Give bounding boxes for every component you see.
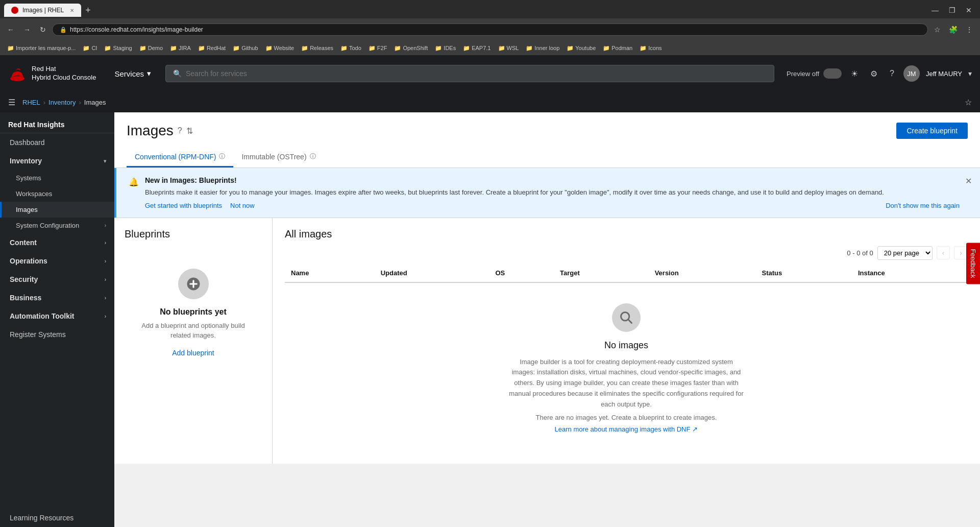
bookmark-website[interactable]: 📁 Website <box>262 44 298 53</box>
create-blueprint-button[interactable]: Create blueprint <box>896 123 968 139</box>
get-started-link[interactable]: Get started with blueprints <box>145 202 222 209</box>
bookmark-icons[interactable]: 📁 Icons <box>636 44 665 53</box>
preview-toggle: Preview off <box>787 68 842 79</box>
browser-action-icons: ☆ 🧩 ⋮ <box>931 23 976 36</box>
bookmark-github[interactable]: 📁 Github <box>230 44 261 53</box>
blueprints-empty-title: No blueprints yet <box>160 307 227 317</box>
url-text: https://console.redhat.com/insights/imag… <box>70 26 203 33</box>
operations-chevron-icon: › <box>105 258 106 264</box>
bookmark-releases[interactable]: 📁 Releases <box>298 44 336 53</box>
sidebar-section-automation[interactable]: Automation Toolkit › <box>0 307 114 325</box>
bookmark-staging[interactable]: 📁 Staging <box>101 44 135 53</box>
user-name[interactable]: Jeff MAURY <box>926 70 962 78</box>
sidebar-item-register-systems[interactable]: Register Systems <box>0 325 114 344</box>
sidebar-item-images[interactable]: Images <box>0 202 114 218</box>
top-navigation: Red Hat Hybrid Cloud Console Services ▾ … <box>0 55 980 92</box>
tab-conventional[interactable]: Conventional (RPM-DNF) ⓘ <box>127 147 233 167</box>
browser-tab-active[interactable]: Images | RHEL ✕ <box>4 4 81 17</box>
tab-immutable-info-icon[interactable]: ⓘ <box>310 152 316 161</box>
help-button[interactable]: ? <box>887 66 897 81</box>
services-menu-button[interactable]: Services ▾ <box>108 65 157 82</box>
bookmark-wsl[interactable]: 📁 WSL <box>495 44 522 53</box>
window-controls: — ❐ ✕ <box>927 4 976 16</box>
hamburger-menu-button[interactable]: ☰ <box>8 95 19 109</box>
alert-banner: 🔔 New in Images: Blueprints! Blueprints … <box>114 168 980 218</box>
bookmark-youtube[interactable]: 📁 Youtube <box>564 44 599 53</box>
main-layout: Red Hat Insights Dashboard Inventory ▾ S… <box>0 112 980 527</box>
url-bar[interactable]: 🔒 https://console.redhat.com/insights/im… <box>52 23 928 36</box>
bookmark-star-button[interactable]: ☆ <box>931 23 944 36</box>
user-avatar[interactable]: JM <box>903 65 920 82</box>
restore-button[interactable]: ❐ <box>945 4 960 16</box>
dont-show-link[interactable]: Don't show me this again <box>886 202 960 209</box>
content-area: Images ? ⇅ Create blueprint Conventional… <box>114 112 980 527</box>
sidebar-item-system-configuration[interactable]: System Configuration › <box>0 218 114 233</box>
bookmark-todo[interactable]: 📁 Todo <box>337 44 364 53</box>
bookmark-podman[interactable]: 📁 Podman <box>600 44 635 53</box>
pagination-next-button[interactable]: › <box>954 246 968 259</box>
page-help-icon[interactable]: ? <box>178 126 182 135</box>
sidebar-section-content[interactable]: Content › <box>0 233 114 252</box>
feedback-tab[interactable]: Feedback <box>966 243 980 284</box>
sidebar-item-workspaces[interactable]: Workspaces <box>0 186 114 202</box>
pagination-prev-button[interactable]: ‹ <box>937 246 950 259</box>
bookmarks-bar: 📁 Importer les marque-p... 📁 CI 📁 Stagin… <box>0 41 980 55</box>
tabs-row: Conventional (RPM-DNF) ⓘ Immutable (OSTr… <box>127 147 968 167</box>
forward-button[interactable]: → <box>20 23 34 36</box>
preview-toggle-switch[interactable] <box>823 68 842 79</box>
add-blueprint-link[interactable]: Add blueprint <box>172 349 214 357</box>
lock-icon: 🔒 <box>60 27 67 33</box>
sidebar-item-dashboard[interactable]: Dashboard <box>0 133 114 152</box>
page-sort-icon[interactable]: ⇅ <box>186 126 193 136</box>
bookmark-redhat[interactable]: 📁 RedHat <box>195 44 229 53</box>
sidebar-item-learning-resources[interactable]: Learning Resources <box>0 509 114 527</box>
no-images-title: No images <box>604 340 648 351</box>
pagination-per-page-select[interactable]: 20 per page 50 per page <box>877 246 933 260</box>
search-input[interactable] <box>186 69 767 78</box>
bookmark-innerloop[interactable]: 📁 Inner loop <box>523 44 562 53</box>
bookmark-eap[interactable]: 📁 EAP7.1 <box>460 44 494 53</box>
breadcrumb-rhel[interactable]: RHEL <box>22 99 40 106</box>
tab-close-button[interactable]: ✕ <box>70 8 74 13</box>
no-images-state: No images Image builder is a tool for cr… <box>285 283 968 454</box>
extensions-button[interactable]: 🧩 <box>946 23 961 36</box>
minimize-button[interactable]: — <box>927 4 943 16</box>
theme-toggle-button[interactable]: ☀ <box>848 66 861 82</box>
sidebar-section-security[interactable]: Security › <box>0 270 114 289</box>
not-now-link[interactable]: Not now <box>230 202 255 209</box>
bookmark-importer[interactable]: 📁 Importer les marque-p... <box>4 44 79 53</box>
search-icon: 🔍 <box>173 69 182 78</box>
new-tab-button[interactable]: + <box>81 5 95 16</box>
tab-conventional-info-icon[interactable]: ⓘ <box>219 152 225 161</box>
alert-close-button[interactable]: ✕ <box>965 176 972 186</box>
settings-button[interactable]: ⚙ <box>867 66 880 82</box>
refresh-button[interactable]: ↻ <box>37 23 49 36</box>
bookmark-ci[interactable]: 📁 CI <box>80 44 100 53</box>
sidebar-section-business[interactable]: Business › <box>0 289 114 307</box>
sidebar-section-operations[interactable]: Operations › <box>0 252 114 270</box>
redhat-logo: Red Hat Hybrid Cloud Console <box>8 64 96 83</box>
search-bar[interactable]: 🔍 <box>165 65 774 82</box>
breadcrumb-inventory[interactable]: Inventory <box>48 99 76 106</box>
user-menu-chevron-icon[interactable]: ▾ <box>968 69 972 78</box>
sidebar-item-systems[interactable]: Systems <box>0 170 114 186</box>
browser-chrome: Images | RHEL ✕ + — ❐ ✕ ← → ↻ 🔒 https://… <box>0 0 980 55</box>
services-chevron-icon: ▾ <box>147 69 151 78</box>
bookmark-demo[interactable]: 📁 Demo <box>136 44 166 53</box>
blueprints-panel-title: Blueprints <box>125 228 262 240</box>
close-window-button[interactable]: ✕ <box>962 4 976 16</box>
sidebar-section-inventory[interactable]: Inventory ▾ <box>0 152 114 170</box>
favorite-button[interactable]: ☆ <box>965 98 972 107</box>
bookmark-openshift[interactable]: 📁 OpenShift <box>391 44 431 53</box>
bookmark-ides[interactable]: 📁 IDEs <box>432 44 459 53</box>
breadcrumb-bar: ☰ RHEL › Inventory › Images ☆ <box>0 92 980 112</box>
learn-more-link[interactable]: Learn more about managing images with DN… <box>555 425 698 433</box>
bookmark-jira[interactable]: 📁 JIRA <box>167 44 194 53</box>
table-header-row: Name Updated OS Target Version Status In… <box>285 264 968 282</box>
external-link-icon: ↗ <box>692 425 698 433</box>
bookmark-f2f[interactable]: 📁 F2F <box>365 44 390 53</box>
sidebar-spacer <box>0 344 114 509</box>
tab-immutable[interactable]: Immutable (OSTree) ⓘ <box>233 147 324 167</box>
back-button[interactable]: ← <box>4 23 17 36</box>
menu-button[interactable]: ⋮ <box>963 23 976 36</box>
